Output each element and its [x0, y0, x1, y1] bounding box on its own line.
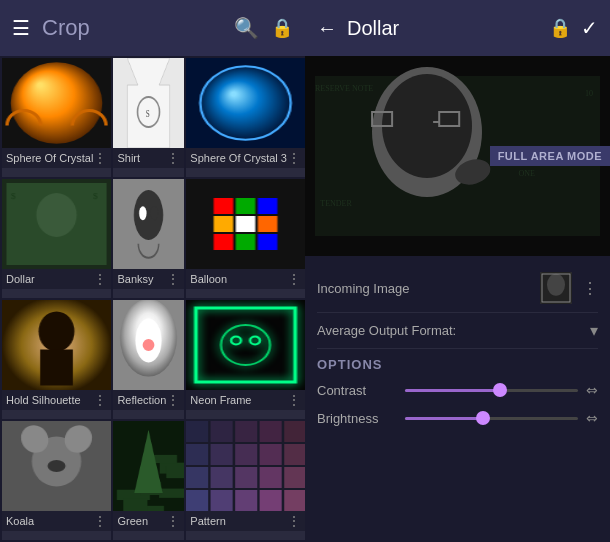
brightness-row: Brightness ⇔	[317, 404, 598, 432]
grid-item-koala[interactable]: Koala ⋮	[2, 421, 111, 540]
contrast-label: Contrast	[317, 383, 397, 398]
grid-item-name: Koala	[6, 515, 93, 527]
grid-item-name: Neon Frame	[190, 394, 287, 406]
grid-item-crystal3[interactable]: Sphere Of Crystal 3 ⋮	[186, 58, 305, 177]
contrast-arrows: ⇔	[586, 382, 598, 398]
brightness-slider[interactable]	[405, 417, 578, 420]
grid-item-sphere-of-crystal[interactable]: Sphere Of Crystal ⋮	[2, 58, 111, 177]
brightness-arrows: ⇔	[586, 410, 598, 426]
full-area-mode-badge: FULL AREA MODE	[490, 146, 610, 166]
more-icon[interactable]: ⋮	[287, 150, 301, 166]
right-panel: ← Dollar 🔒 ✓ FULL AREA MODE Incoming Ima…	[305, 0, 610, 542]
avg-output-row[interactable]: Average Output Format: ▾	[317, 313, 598, 349]
more-icon[interactable]: ⋮	[93, 513, 107, 529]
incoming-more-icon[interactable]: ⋮	[582, 279, 598, 298]
avg-output-label: Average Output Format:	[317, 323, 590, 338]
more-icon[interactable]: ⋮	[93, 150, 107, 166]
grid-item-name: Green	[117, 515, 166, 527]
grid-item-name: Hold Silhouette	[6, 394, 93, 406]
right-title: Dollar	[347, 17, 539, 40]
right-options: Incoming Image ⋮ Average Output Format: …	[305, 256, 610, 542]
options-section-title: OPTIONS	[317, 349, 598, 376]
grid-item-neon[interactable]: Neon Frame ⋮	[186, 300, 305, 419]
grid-item-name: Pattern	[190, 515, 287, 527]
grid-item-reflection[interactable]: Reflection ⋮	[113, 300, 184, 419]
right-lock-icon[interactable]: 🔒	[549, 17, 571, 39]
grid-item-name: Balloon	[190, 273, 287, 285]
main-image-area: FULL AREA MODE	[305, 56, 610, 256]
grid-item-shirt[interactable]: Shirt ⋮	[113, 58, 184, 177]
grid-item-name: Shirt	[117, 152, 166, 164]
more-icon[interactable]: ⋮	[166, 392, 180, 408]
incoming-image-label: Incoming Image	[317, 281, 540, 296]
more-icon[interactable]: ⋮	[166, 150, 180, 166]
back-button[interactable]: ←	[317, 17, 337, 40]
grid-item-name: Dollar	[6, 273, 93, 285]
more-icon[interactable]: ⋮	[93, 271, 107, 287]
hamburger-icon[interactable]: ☰	[12, 16, 30, 40]
grid-container: Sphere Of Crystal ⋮ Shirt ⋮ Sphere Of Cr…	[0, 56, 305, 542]
grid-item-name: Banksy	[117, 273, 166, 285]
more-icon[interactable]: ⋮	[93, 392, 107, 408]
grid-item-banksy[interactable]: Banksy ⋮	[113, 179, 184, 298]
search-icon[interactable]: 🔍	[234, 16, 259, 40]
contrast-slider[interactable]	[405, 389, 578, 392]
grid-item-name: Sphere Of Crystal 3	[190, 152, 287, 164]
left-title: Crop	[42, 15, 222, 41]
grid-item-pattern[interactable]: Pattern ⋮	[186, 421, 305, 540]
grid-item-dollar[interactable]: Dollar ⋮	[2, 179, 111, 298]
left-header: ☰ Crop 🔍 🔒	[0, 0, 305, 56]
brightness-label: Brightness	[317, 411, 397, 426]
grid-item-hold[interactable]: Hold Silhouette ⋮	[2, 300, 111, 419]
more-icon[interactable]: ⋮	[166, 513, 180, 529]
check-button[interactable]: ✓	[581, 16, 598, 40]
more-icon[interactable]: ⋮	[287, 513, 301, 529]
incoming-image-row[interactable]: Incoming Image ⋮	[317, 264, 598, 313]
avg-output-arrow[interactable]: ▾	[590, 321, 598, 340]
grid-item-balloon[interactable]: Balloon ⋮	[186, 179, 305, 298]
grid-item-green[interactable]: Green ⋮	[113, 421, 184, 540]
more-icon[interactable]: ⋮	[287, 271, 301, 287]
right-header: ← Dollar 🔒 ✓	[305, 0, 610, 56]
incoming-image-thumb	[540, 272, 572, 304]
grid-item-name: Reflection	[117, 394, 166, 406]
contrast-row: Contrast ⇔	[317, 376, 598, 404]
more-icon[interactable]: ⋮	[166, 271, 180, 287]
lock-icon[interactable]: 🔒	[271, 17, 293, 39]
more-icon[interactable]: ⋮	[287, 392, 301, 408]
left-panel: ☰ Crop 🔍 🔒 Sphere Of Crystal ⋮ Shirt ⋮ S…	[0, 0, 305, 542]
grid-item-name: Sphere Of Crystal	[6, 152, 93, 164]
